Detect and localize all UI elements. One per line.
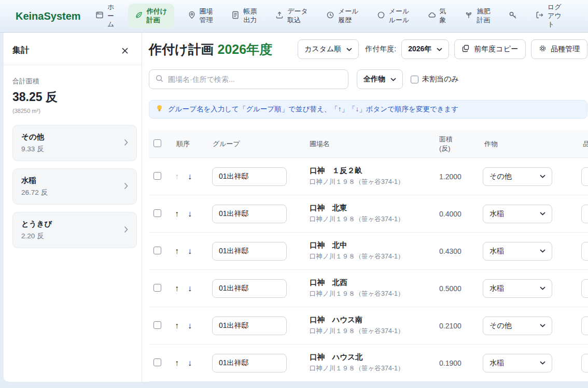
col-header-crop: 作物 bbox=[479, 139, 578, 149]
crop-select[interactable]: 水稲 bbox=[483, 242, 552, 261]
area-value: 1.2000 bbox=[434, 173, 479, 181]
unassigned-only-label: 未割当のみ bbox=[422, 75, 459, 84]
move-up-button[interactable]: ↑ bbox=[174, 320, 180, 332]
nav-item-password[interactable] bbox=[504, 8, 522, 24]
chevron-down-icon bbox=[540, 361, 545, 365]
chevron-down-icon bbox=[540, 212, 545, 215]
summary-sidebar: 集計 合計面積 38.25 反 (38250 m²) その他 9.33 反 水稲… bbox=[4, 33, 142, 382]
close-icon[interactable] bbox=[120, 46, 130, 56]
select-all-checkbox[interactable] bbox=[153, 139, 161, 147]
chevron-down-icon bbox=[390, 78, 396, 81]
search-input[interactable] bbox=[168, 75, 342, 83]
document-icon bbox=[231, 11, 240, 21]
variety-management-button[interactable]: 品種管理 bbox=[531, 39, 587, 59]
row-checkbox[interactable] bbox=[153, 209, 161, 217]
crop-summary-card-corn[interactable]: とうきび 2.20 反 bbox=[12, 212, 137, 248]
area-value: 0.2100 bbox=[434, 322, 479, 330]
sidebar-title: 集計 bbox=[12, 45, 29, 56]
table-row: ↑ ↓ 口神 北中 口神ノ川１９８（笹ヶ谷374-1） 0.4300 水稲 た bbox=[149, 233, 588, 270]
area-value: 0.4300 bbox=[434, 247, 479, 255]
planting-table: 順序 グループ 圃場名 面積 (反) 作物 品種 ↑ ↓ 口神 １反２畝 口神ノ… bbox=[149, 130, 588, 382]
sort-order-select[interactable]: カスタム順 bbox=[298, 39, 359, 59]
copy-previous-year-button[interactable]: 前年度コピー bbox=[454, 39, 526, 59]
nav-item-field-management[interactable]: 圃場管理 bbox=[183, 5, 218, 27]
variety-select[interactable]: た bbox=[581, 354, 588, 372]
group-input[interactable] bbox=[212, 167, 287, 186]
app-logo: KeinaSystem bbox=[0, 10, 91, 22]
crop-select[interactable]: 水稲 bbox=[483, 354, 552, 372]
variety-select[interactable]: た bbox=[581, 279, 588, 298]
field-address: 口神ノ川１９８（笹ヶ谷374-1） bbox=[310, 327, 434, 336]
crop-select[interactable]: 水稲 bbox=[483, 279, 552, 298]
group-input[interactable] bbox=[212, 279, 287, 298]
variety-select[interactable]: た bbox=[581, 242, 588, 261]
move-down-button[interactable]: ↓ bbox=[187, 208, 193, 220]
variety-select[interactable]: た bbox=[581, 205, 588, 223]
move-down-button[interactable]: ↓ bbox=[187, 246, 193, 257]
move-up-button[interactable]: ↑ bbox=[174, 283, 180, 294]
group-input[interactable] bbox=[212, 354, 287, 372]
move-down-button[interactable]: ↓ bbox=[187, 320, 193, 332]
unassigned-only-checkbox[interactable] bbox=[411, 76, 418, 83]
row-checkbox[interactable] bbox=[153, 172, 161, 180]
row-checkbox[interactable] bbox=[153, 321, 161, 329]
crop-area: 2.20 反 bbox=[21, 232, 52, 241]
field-name: 口神 北西 bbox=[310, 278, 434, 287]
move-down-button[interactable]: ↓ bbox=[187, 283, 193, 294]
total-area-sub: (38250 m²) bbox=[12, 108, 133, 114]
cloud-icon bbox=[428, 11, 436, 21]
move-up-button[interactable]: ↑ bbox=[174, 208, 180, 220]
row-checkbox[interactable] bbox=[153, 247, 161, 254]
nav-item-label: ホーム bbox=[107, 3, 115, 30]
sprout-icon bbox=[465, 11, 473, 21]
crop-area: 9.33 反 bbox=[21, 145, 44, 154]
nav-item-label: 気象 bbox=[440, 7, 447, 25]
crop-select[interactable]: 水稲 bbox=[483, 205, 552, 223]
move-up-button[interactable]: ↑ bbox=[174, 246, 180, 257]
nav-item-label: 圃場管理 bbox=[200, 7, 214, 25]
nav-item-data-import[interactable]: データ取込 bbox=[271, 5, 313, 27]
field-name: 口神 北中 bbox=[310, 241, 434, 250]
group-input[interactable] bbox=[212, 242, 287, 261]
nav-item-label: 施肥計画 bbox=[477, 7, 491, 25]
nav-item-weather[interactable]: 気象 bbox=[423, 5, 452, 27]
row-checkbox[interactable] bbox=[153, 284, 161, 292]
nav-item-planting-plan[interactable]: 作付け計画 bbox=[128, 4, 174, 28]
nav-item-label: メール履歴 bbox=[338, 7, 359, 25]
info-banner: グループ名を入力して「グループ順」で並び替え、「↑」「↓」ボタンで順序を変更でき… bbox=[149, 100, 587, 119]
chevron-down-icon bbox=[540, 175, 545, 178]
crop-select[interactable]: その他 bbox=[483, 167, 552, 186]
content-card: 集計 合計面積 38.25 反 (38250 m²) その他 9.33 反 水稲… bbox=[4, 33, 588, 382]
col-header-group: グループ bbox=[207, 139, 304, 149]
field-name: 口神 ハウス北 bbox=[310, 353, 434, 362]
crop-select[interactable]: その他 bbox=[483, 317, 552, 335]
logout-icon bbox=[536, 11, 544, 21]
copy-icon bbox=[462, 45, 470, 54]
variety-select[interactable]: その他 bbox=[581, 167, 588, 186]
move-up-button[interactable]: ↑ bbox=[174, 357, 180, 369]
nav-item-report-output[interactable]: 帳票出力 bbox=[227, 5, 262, 27]
col-header-order: 順序 bbox=[171, 139, 207, 149]
table-row: ↑ ↓ 口神 ハウス南 口神ノ川１９８（笹ヶ谷374-1） 0.2100 その他… bbox=[149, 307, 588, 344]
nav-item-mail-rules[interactable]: メールルール bbox=[372, 5, 414, 27]
nav-item-home[interactable]: ホーム bbox=[91, 1, 119, 32]
crop-summary-card-rice[interactable]: 水稲 26.72 反 bbox=[12, 168, 137, 205]
group-input[interactable] bbox=[212, 317, 287, 335]
upload-icon bbox=[275, 11, 284, 21]
nav-items: ホーム 作付け計画 圃場管理 帳票出力 データ取込 メール履歴 メールルール bbox=[91, 1, 588, 32]
nav-item-logout[interactable]: ログアウト bbox=[531, 1, 566, 32]
nav-item-mail-history[interactable]: メール履歴 bbox=[321, 5, 363, 27]
move-down-button[interactable]: ↓ bbox=[187, 171, 193, 182]
move-down-button[interactable]: ↓ bbox=[187, 357, 193, 369]
nav-item-fertilization-plan[interactable]: 施肥計画 bbox=[460, 5, 495, 27]
variety-select[interactable]: その bbox=[581, 317, 588, 335]
crop-name: その他 bbox=[21, 132, 44, 142]
row-checkbox[interactable] bbox=[153, 358, 161, 366]
crop-filter-select[interactable]: 全作物 bbox=[357, 69, 403, 89]
year-select[interactable]: 2026年 bbox=[401, 39, 449, 59]
field-address: 口神ノ川１９８（笹ヶ谷374-1） bbox=[310, 290, 434, 298]
group-input[interactable] bbox=[212, 205, 287, 223]
crop-summary-card-other[interactable]: その他 9.33 反 bbox=[12, 125, 137, 161]
chevron-right-icon bbox=[124, 182, 128, 191]
move-up-button[interactable]: ↑ bbox=[174, 171, 180, 182]
